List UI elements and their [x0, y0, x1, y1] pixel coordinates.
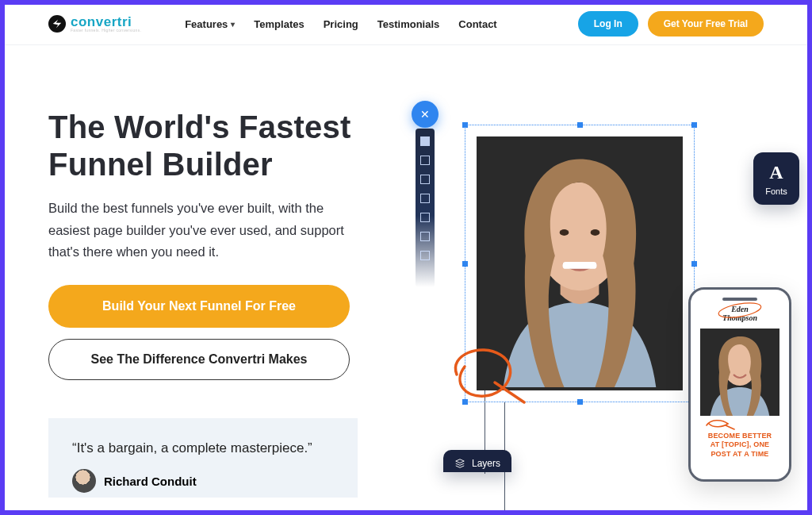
tool-more-icon[interactable] — [420, 251, 430, 260]
phone-cta-text: BECOME BETTER AT [TOPIC], ONE POST AT A … — [708, 432, 772, 459]
selection-handle-icon[interactable] — [691, 122, 697, 128]
tool-section-icon[interactable] — [420, 213, 430, 222]
tool-clipboard-icon[interactable] — [420, 136, 430, 146]
close-icon[interactable]: ✕ — [412, 101, 439, 128]
hero-title: The World's Fastest Funnel Builder — [48, 109, 381, 183]
testimonial-person: Richard Conduit — [72, 469, 334, 493]
phone-author-name: EdenThompson — [722, 306, 757, 322]
hero-visual: ✕ — [381, 109, 807, 498]
layers-chip-label: Layers — [472, 458, 500, 469]
testimonial-name: Richard Conduit — [104, 475, 197, 488]
hero-section: The World's Fastest Funnel Builder Build… — [5, 45, 807, 498]
free-trial-button[interactable]: Get Your Free Trial — [648, 11, 764, 37]
tool-image-icon[interactable] — [420, 175, 430, 184]
editor-toolbar — [416, 129, 435, 287]
testimonial-card: “It's a bargain, a complete masterpiece.… — [48, 418, 358, 498]
site-header: convertri Faster funnels. Higher convers… — [5, 5, 807, 45]
cta-build-funnel-button[interactable]: Build Your Next Funnel For Free — [48, 285, 350, 328]
layers-chip[interactable]: Layers — [443, 450, 511, 472]
nav-pricing[interactable]: Pricing — [324, 18, 358, 30]
hero-copy: The World's Fastest Funnel Builder Build… — [48, 109, 381, 498]
brand-tagline: Faster funnels. Higher conversions. — [71, 29, 141, 33]
svg-point-5 — [718, 301, 762, 320]
nav-contact[interactable]: Contact — [458, 18, 496, 30]
scribble-icon — [441, 339, 528, 406]
fonts-chip[interactable]: A Fonts — [753, 152, 799, 205]
brand-name: convertri — [71, 15, 141, 29]
font-icon: A — [769, 162, 783, 183]
cta-see-difference-button[interactable]: See The Difference Convertri Makes — [48, 339, 350, 380]
brand-logo[interactable]: convertri Faster funnels. Higher convers… — [48, 15, 141, 33]
avatar — [72, 469, 96, 493]
layers-icon — [454, 458, 465, 469]
selection-handle-icon[interactable] — [462, 261, 468, 267]
svg-point-2 — [560, 229, 569, 236]
selection-handle-icon[interactable] — [691, 261, 697, 267]
svg-rect-4 — [563, 262, 597, 269]
tool-video-icon[interactable] — [420, 232, 430, 241]
fonts-chip-label: Fonts — [765, 186, 787, 196]
testimonial-quote: “It's a bargain, a complete masterpiece.… — [72, 440, 334, 456]
phone-photo — [700, 329, 779, 416]
swirl-icon — [714, 301, 765, 320]
selection-handle-icon[interactable] — [462, 122, 468, 128]
nav-templates[interactable]: Templates — [254, 18, 304, 30]
chevron-down-icon: ▾ — [231, 20, 235, 29]
tool-text-icon[interactable] — [420, 156, 430, 165]
primary-nav: Features ▾ Templates Pricing Testimonial… — [185, 18, 497, 30]
phone-mockup: EdenThompson BECOME BETTER AT [TOPIC], O… — [688, 287, 791, 482]
logo-text: convertri Faster funnels. Higher convers… — [71, 15, 141, 33]
selection-handle-icon[interactable] — [577, 399, 583, 405]
hero-title-line2: Funnel Builder — [48, 147, 273, 182]
login-button[interactable]: Log In — [578, 11, 638, 37]
hero-title-line1: The World's Fastest — [48, 110, 351, 144]
nav-features-label: Features — [185, 18, 228, 30]
header-cta-group: Log In Get Your Free Trial — [578, 11, 764, 37]
tool-form-icon[interactable] — [420, 194, 430, 203]
nav-features[interactable]: Features ▾ — [185, 18, 235, 30]
nav-testimonials[interactable]: Testimonials — [377, 18, 440, 30]
logo-mark-icon — [48, 15, 66, 33]
svg-point-3 — [591, 229, 600, 236]
selection-handle-icon[interactable] — [577, 122, 583, 128]
hero-subtitle: Build the best funnels you've ever built… — [48, 198, 366, 263]
scribble-icon — [704, 417, 736, 430]
